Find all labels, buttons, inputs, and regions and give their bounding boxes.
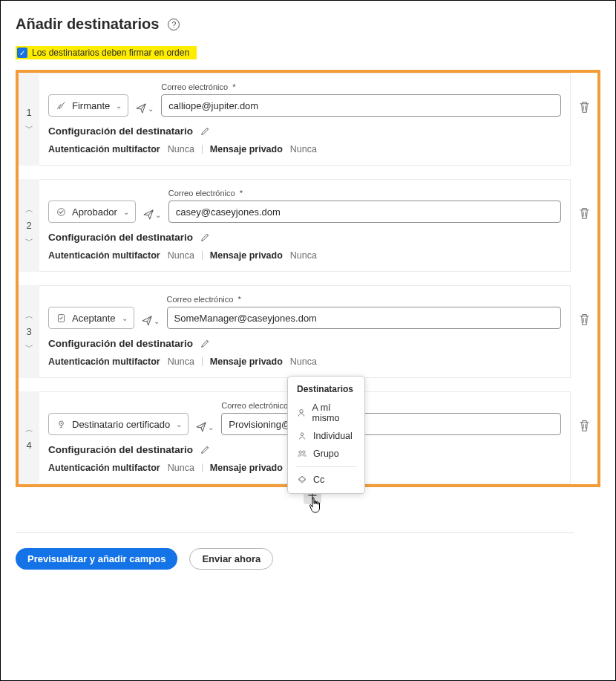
user-individual-icon — [297, 431, 307, 440]
chevron-down-icon[interactable]: ⌄ — [208, 423, 214, 431]
delete-recipient-button[interactable] — [579, 420, 590, 432]
order-number: 3 — [26, 326, 31, 337]
private-message-value: Nunca — [290, 144, 317, 154]
config-title: Configuración del destinatario — [48, 444, 193, 455]
email-input[interactable] — [221, 413, 561, 435]
mfa-value: Nunca — [168, 144, 194, 154]
chevron-down-icon[interactable]: ⌄ — [148, 105, 154, 113]
send-now-button[interactable]: Enviar ahora — [189, 548, 273, 570]
mfa-label: Autenticación multifactor — [48, 463, 160, 473]
chevron-down-icon[interactable]: ⌄ — [155, 211, 161, 219]
order-number: 1 — [26, 107, 31, 118]
email-label: Correo electrónico * — [161, 82, 561, 91]
svg-point-8 — [60, 422, 62, 423]
move-down-button[interactable]: ﹀ — [25, 124, 33, 132]
move-up-button[interactable]: ︿ — [25, 426, 33, 434]
private-message-value: Nunca — [290, 250, 317, 261]
send-method-icon[interactable] — [143, 209, 154, 220]
cc-icon — [297, 475, 307, 484]
role-icon — [56, 313, 66, 323]
email-input[interactable] — [161, 94, 561, 117]
email-input[interactable] — [168, 201, 561, 223]
recipient-row: ︿ 2 ﹀ Aprobador ⌄ ⌄ Cor — [19, 179, 571, 272]
popover-header: Destinatarios — [288, 382, 364, 399]
edit-config-button[interactable] — [200, 126, 210, 136]
svg-point-0 — [57, 208, 65, 215]
email-label: Correo electrónico * — [167, 295, 561, 304]
config-title: Configuración del destinatario — [48, 126, 193, 137]
move-down-button[interactable]: ﹀ — [25, 343, 33, 351]
email-input[interactable] — [167, 307, 561, 329]
role-icon — [56, 207, 66, 217]
role-label: Aprobador — [72, 206, 117, 218]
role-select[interactable]: Aprobador ⌄ — [48, 201, 136, 223]
private-message-label: Mensaje privado — [210, 144, 283, 154]
sign-in-order-label: Los destinatarios deben firmar en orden — [32, 48, 189, 58]
recipient-type-popover: Destinatarios A mí mismo Individual Grup… — [287, 376, 365, 494]
svg-point-6 — [303, 451, 305, 453]
config-title: Configuración del destinatario — [48, 232, 193, 243]
sign-in-order-checkbox[interactable]: ✓ Los destinatarios deben firmar en orde… — [16, 46, 197, 59]
order-number: 2 — [26, 220, 31, 231]
recipient-row: ︿ 4 Destinatarios A mí mismo Individual … — [19, 391, 571, 484]
order-column: 1 ﹀ — [19, 73, 39, 166]
email-label: Correo electrónico * — [168, 189, 561, 198]
role-select[interactable]: Aceptante ⌄ — [48, 307, 134, 329]
recipient-row: 1 ﹀ Firmante ⌄ ⌄ Correo electró — [19, 73, 571, 166]
svg-point-3 — [301, 433, 304, 436]
email-label: Correo electrónico * — [221, 401, 561, 410]
role-icon — [56, 420, 66, 429]
chevron-down-icon: ⌄ — [176, 420, 182, 429]
svg-point-5 — [299, 451, 301, 453]
svg-point-2 — [300, 410, 304, 414]
move-up-button[interactable]: ︿ — [25, 312, 33, 320]
role-select[interactable]: Firmante ⌄ — [48, 94, 128, 117]
user-group-icon — [297, 449, 307, 458]
move-down-button[interactable]: ﹀ — [25, 237, 33, 245]
mfa-label: Autenticación multifactor — [48, 250, 160, 261]
config-title: Configuración del destinatario — [48, 338, 193, 349]
private-message-label: Mensaje privado — [210, 356, 283, 367]
send-method-icon[interactable] — [136, 103, 146, 114]
send-method-icon[interactable] — [196, 422, 206, 432]
private-message-label: Mensaje privado — [210, 463, 283, 473]
popover-item-individual[interactable]: Individual — [288, 427, 364, 445]
move-up-button[interactable]: ︿ — [25, 206, 33, 214]
private-message-label: Mensaje privado — [210, 250, 283, 261]
popover-item-self[interactable]: A mí mismo — [288, 399, 364, 427]
popover-item-cc[interactable]: Cc — [288, 471, 364, 489]
page-title: Añadir destinatarios — [16, 16, 159, 33]
preview-button[interactable]: Previsualizar y añadir campos — [16, 548, 177, 570]
edit-config-button[interactable] — [200, 339, 210, 348]
order-column: ︿ 2 ﹀ — [19, 179, 39, 272]
chevron-down-icon: ⌄ — [122, 314, 128, 322]
chevron-down-icon: ⌄ — [116, 102, 122, 110]
edit-config-button[interactable] — [200, 232, 210, 242]
mfa-value: Nunca — [168, 356, 194, 367]
delete-recipient-button[interactable] — [579, 207, 590, 220]
mfa-value: Nunca — [168, 250, 194, 261]
role-label: Destinatario certificado — [72, 419, 170, 430]
checkmark-icon: ✓ — [17, 48, 27, 58]
help-icon[interactable]: ? — [168, 19, 180, 30]
mfa-label: Autenticación multifactor — [48, 144, 160, 154]
chevron-down-icon: ⌄ — [123, 208, 129, 216]
role-label: Aceptante — [72, 313, 116, 324]
mfa-value: Nunca — [168, 463, 194, 473]
order-column: ︿ 3 ﹀ — [19, 285, 39, 378]
role-label: Firmante — [72, 100, 110, 111]
popover-item-group[interactable]: Grupo — [288, 445, 364, 463]
mfa-label: Autenticación multifactor — [48, 356, 160, 367]
private-message-value: Nunca — [290, 356, 317, 367]
edit-config-button[interactable] — [200, 445, 210, 454]
role-icon — [56, 101, 66, 111]
delete-recipient-button[interactable] — [579, 101, 590, 114]
send-method-icon[interactable] — [142, 316, 152, 326]
order-number: 4 — [26, 440, 31, 451]
recipient-row: ︿ 3 ﹀ Aceptante ⌄ ⌄ Cor — [19, 285, 571, 378]
chevron-down-icon[interactable]: ⌄ — [154, 317, 160, 325]
user-self-icon — [297, 408, 307, 417]
role-select[interactable]: Destinatario certificado ⌄ — [48, 413, 189, 435]
order-column: ︿ 4 — [19, 391, 39, 484]
delete-recipient-button[interactable] — [579, 313, 590, 326]
